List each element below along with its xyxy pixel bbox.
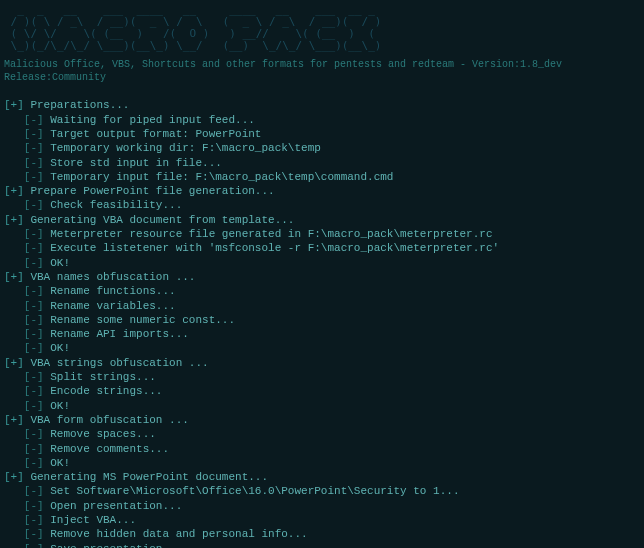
status-plus-icon: [+]: [4, 471, 24, 483]
log-line: [-] Rename some numeric const...: [4, 313, 640, 327]
status-dash-icon: [-]: [4, 443, 44, 455]
log-text: VBA strings obfuscation ...: [24, 357, 209, 369]
log-line: [-] Save presentation...: [4, 542, 640, 548]
log-text: Remove spaces...: [44, 428, 156, 440]
log-line: [-] Split strings...: [4, 370, 640, 384]
log-output: [+] Preparations... [-] Waiting for pipe…: [4, 98, 640, 548]
log-text: Meterpreter resource file generated in F…: [44, 228, 493, 240]
log-line: [-] Execute listetener with 'msfconsole …: [4, 241, 640, 255]
log-line: [+] VBA form obfuscation ...: [4, 413, 640, 427]
log-text: OK!: [44, 400, 70, 412]
status-dash-icon: [-]: [4, 500, 44, 512]
log-text: Remove hidden data and personal info...: [44, 528, 308, 540]
log-line: [-] Set Software\Microsoft\Office\16.0\P…: [4, 484, 640, 498]
log-line: [+] Generating VBA document from templat…: [4, 213, 640, 227]
log-text: Generating MS PowerPoint document...: [24, 471, 268, 483]
log-text: OK!: [44, 257, 70, 269]
log-text: Set Software\Microsoft\Office\16.0\Power…: [44, 485, 460, 497]
status-dash-icon: [-]: [4, 114, 44, 126]
log-text: OK!: [44, 342, 70, 354]
log-line: [+] Generating MS PowerPoint document...: [4, 470, 640, 484]
status-dash-icon: [-]: [4, 371, 44, 383]
status-plus-icon: [+]: [4, 414, 24, 426]
status-dash-icon: [-]: [4, 157, 44, 169]
log-text: Rename functions...: [44, 285, 176, 297]
tagline: Malicious Office, VBS, Shortcuts and oth…: [4, 58, 640, 84]
log-line: [-] Temporary working dir: F:\macro_pack…: [4, 141, 640, 155]
status-dash-icon: [-]: [4, 285, 44, 297]
log-text: Waiting for piped input feed...: [44, 114, 255, 126]
log-line: [+] VBA strings obfuscation ...: [4, 356, 640, 370]
status-dash-icon: [-]: [4, 128, 44, 140]
status-plus-icon: [+]: [4, 357, 24, 369]
status-dash-icon: [-]: [4, 528, 44, 540]
log-text: Remove comments...: [44, 443, 169, 455]
status-dash-icon: [-]: [4, 514, 44, 526]
log-line: [-] Inject VBA...: [4, 513, 640, 527]
log-line: [-] Rename API imports...: [4, 327, 640, 341]
log-text: Target output format: PowerPoint: [44, 128, 262, 140]
log-text: Split strings...: [44, 371, 156, 383]
log-line: [-] OK!: [4, 456, 640, 470]
status-dash-icon: [-]: [4, 328, 44, 340]
ascii-logo: _ _ __ ___ ____ __ ____ __ ___ __ _ / )(…: [4, 4, 640, 52]
log-text: Save presentation...: [44, 543, 183, 548]
status-dash-icon: [-]: [4, 485, 44, 497]
log-text: Preparations...: [24, 99, 130, 111]
log-text: Store std input in file...: [44, 157, 222, 169]
log-line: [-] Remove comments...: [4, 442, 640, 456]
status-plus-icon: [+]: [4, 185, 24, 197]
log-text: Execute listetener with 'msfconsole -r F…: [44, 242, 499, 254]
log-text: Temporary working dir: F:\macro_pack\tem…: [44, 142, 321, 154]
status-dash-icon: [-]: [4, 314, 44, 326]
status-plus-icon: [+]: [4, 214, 24, 226]
log-text: Rename some numeric const...: [44, 314, 235, 326]
status-plus-icon: [+]: [4, 99, 24, 111]
status-dash-icon: [-]: [4, 543, 44, 548]
status-dash-icon: [-]: [4, 400, 44, 412]
log-line: [-] Rename functions...: [4, 284, 640, 298]
status-plus-icon: [+]: [4, 271, 24, 283]
log-line: [-] OK!: [4, 399, 640, 413]
log-line: [-] Rename variables...: [4, 299, 640, 313]
status-dash-icon: [-]: [4, 257, 44, 269]
status-dash-icon: [-]: [4, 171, 44, 183]
log-text: Rename API imports...: [44, 328, 189, 340]
log-line: [-] Check feasibility...: [4, 198, 640, 212]
log-line: [-] Remove spaces...: [4, 427, 640, 441]
log-line: [+] VBA names obfuscation ...: [4, 270, 640, 284]
log-line: [-] Target output format: PowerPoint: [4, 127, 640, 141]
log-text: VBA form obfuscation ...: [24, 414, 189, 426]
status-dash-icon: [-]: [4, 457, 44, 469]
log-line: [-] Remove hidden data and personal info…: [4, 527, 640, 541]
status-dash-icon: [-]: [4, 300, 44, 312]
log-text: OK!: [44, 457, 70, 469]
log-line: [-] Encode strings...: [4, 384, 640, 398]
log-line: [+] Prepare PowerPoint file generation..…: [4, 184, 640, 198]
log-line: [-] Temporary input file: F:\macro_pack\…: [4, 170, 640, 184]
log-text: Generating VBA document from template...: [24, 214, 295, 226]
log-text: Rename variables...: [44, 300, 176, 312]
status-dash-icon: [-]: [4, 385, 44, 397]
status-dash-icon: [-]: [4, 342, 44, 354]
status-dash-icon: [-]: [4, 242, 44, 254]
log-text: VBA names obfuscation ...: [24, 271, 196, 283]
status-dash-icon: [-]: [4, 199, 44, 211]
log-line: [-] Waiting for piped input feed...: [4, 113, 640, 127]
log-line: [-] Store std input in file...: [4, 156, 640, 170]
log-text: Inject VBA...: [44, 514, 136, 526]
log-line: [-] OK!: [4, 256, 640, 270]
log-text: Open presentation...: [44, 500, 183, 512]
log-line: [-] Meterpreter resource file generated …: [4, 227, 640, 241]
log-text: Check feasibility...: [44, 199, 183, 211]
status-dash-icon: [-]: [4, 428, 44, 440]
log-text: Encode strings...: [44, 385, 163, 397]
status-dash-icon: [-]: [4, 142, 44, 154]
log-line: [-] OK!: [4, 341, 640, 355]
log-text: Temporary input file: F:\macro_pack\temp…: [44, 171, 394, 183]
status-dash-icon: [-]: [4, 228, 44, 240]
log-text: Prepare PowerPoint file generation...: [24, 185, 275, 197]
log-line: [-] Open presentation...: [4, 499, 640, 513]
log-line: [+] Preparations...: [4, 98, 640, 112]
